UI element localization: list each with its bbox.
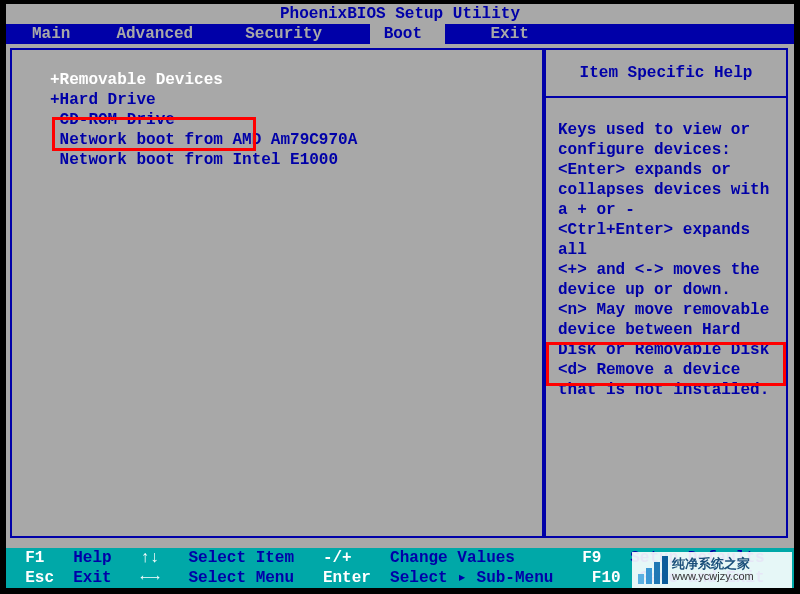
menu-security[interactable]: Security <box>241 24 326 44</box>
label-select-menu: Select Menu <box>188 568 294 588</box>
boot-item-removable[interactable]: +Removable Devices <box>50 70 534 90</box>
boot-item-hard-drive[interactable]: +Hard Drive <box>50 90 534 110</box>
boot-item-cdrom[interactable]: CD-ROM Drive <box>50 110 534 130</box>
boot-order-list[interactable]: +Removable Devices +Hard Drive CD-ROM Dr… <box>12 50 542 178</box>
boot-item-net-amd[interactable]: Network boot from AMD Am79C970A <box>50 130 534 150</box>
label-change-values: Change Values <box>390 548 515 568</box>
help-panel: Item Specific Help Keys used to view or … <box>544 48 788 538</box>
watermark-logo-icon <box>638 556 668 584</box>
label-exit: Exit <box>73 568 111 588</box>
app-title: PhoenixBIOS Setup Utility <box>280 5 520 23</box>
boot-item-net-intel[interactable]: Network boot from Intel E1000 <box>50 150 534 170</box>
help-title: Item Specific Help <box>546 50 786 98</box>
main-area: +Removable Devices +Hard Drive CD-ROM Dr… <box>6 44 794 542</box>
key-plusminus: -/+ <box>323 548 352 568</box>
boot-order-panel: +Removable Devices +Hard Drive CD-ROM Dr… <box>10 48 544 538</box>
watermark-name: 纯净系统之家 <box>672 558 754 570</box>
label-select-item: Select Item <box>188 548 294 568</box>
watermark: 纯净系统之家 www.ycwjzy.com <box>632 552 792 588</box>
menu-bar[interactable]: Main Advanced Security Boot Exit <box>6 24 794 44</box>
watermark-url: www.ycwjzy.com <box>672 570 754 582</box>
key-leftright: ←→ <box>140 568 159 588</box>
key-f1 <box>6 548 25 568</box>
key-enter: Enter <box>323 568 371 588</box>
key-f9: F9 <box>582 548 601 568</box>
bios-screen: PhoenixBIOS Setup Utility Main Advanced … <box>6 4 794 588</box>
key-esc: Esc <box>25 568 54 588</box>
menu-exit[interactable]: Exit <box>467 24 533 44</box>
title-bar: PhoenixBIOS Setup Utility <box>6 4 794 24</box>
menu-boot[interactable]: Boot <box>370 24 445 44</box>
key-updown: ↑↓ <box>140 548 159 568</box>
label-help: Help <box>73 548 111 568</box>
menu-advanced[interactable]: Advanced <box>112 24 197 44</box>
help-body: Keys used to view or configure devices: … <box>546 98 786 408</box>
key-f10: F10 <box>592 568 621 588</box>
menu-main[interactable]: Main <box>28 24 74 44</box>
label-select-submenu: Select ▸ Sub-Menu <box>390 568 553 588</box>
